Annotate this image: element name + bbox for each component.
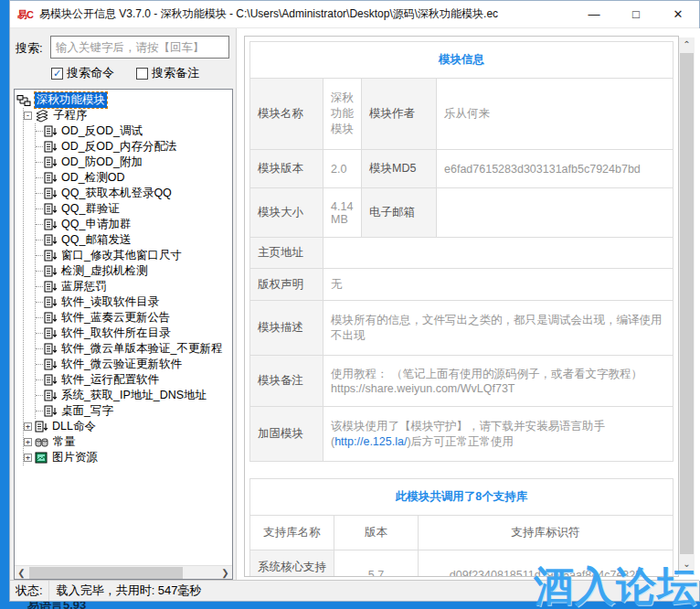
checkbox-command-label: 搜索命令	[67, 65, 114, 81]
field-value	[437, 188, 673, 238]
tree-item[interactable]: 软件_蓝奏云更新公告	[36, 310, 233, 326]
tree-connector-line	[36, 177, 43, 178]
tree-connector-line	[36, 162, 43, 163]
horizontal-scroll-thumb[interactable]	[29, 567, 183, 579]
expand-icon[interactable]: +	[24, 438, 32, 446]
method-doc-icon	[44, 281, 58, 294]
scroll-right-icon[interactable]: ❯	[218, 566, 232, 580]
lib-name: 系统核心支持库[krnln]	[250, 550, 334, 578]
tree-root-item[interactable]: 深秋功能模块	[16, 92, 233, 108]
tree-item-label: OD_检测OD	[61, 170, 124, 186]
field-label: 模块大小	[250, 188, 323, 238]
tree-item-label: 软件_取软件所在目录	[61, 326, 170, 341]
checkbox-unchecked-icon	[136, 68, 148, 80]
tree-item[interactable]: 窗口_修改其他窗口尺寸	[36, 248, 233, 263]
tree-item[interactable]: 软件_微云验证更新软件	[36, 357, 233, 372]
scroll-up-icon[interactable]: ⌃	[679, 37, 695, 52]
tree-item-label: 窗口_修改其他窗口尺寸	[61, 248, 182, 263]
collapse-icon[interactable]: -	[24, 112, 32, 120]
method-doc-icon	[44, 358, 58, 371]
expand-icon[interactable]: +	[24, 422, 32, 431]
elang-helper-link[interactable]: http://e.125.la/	[334, 435, 407, 448]
method-doc-icon	[44, 203, 58, 216]
tree-item[interactable]: OD_反OD_调试	[36, 123, 233, 139]
tree-item-label: OD_反OD_内存分配法	[61, 139, 176, 155]
field-value: 深秋功能模块	[323, 79, 362, 150]
tree-horizontal-scrollbar[interactable]: ❮ ❯	[15, 565, 232, 579]
tree-connector-line	[36, 208, 43, 209]
tree-connector-line	[36, 286, 43, 287]
field-value	[323, 238, 673, 269]
window-title: 易模块公开信息 V3.7.0 - 深秋功能模块 - C:\Users\Admin…	[39, 6, 573, 22]
field-label: 模块名称	[250, 79, 323, 150]
field-label: 模块版本	[250, 150, 323, 188]
tree-item[interactable]: OD_检测OD	[36, 170, 233, 186]
tree-item[interactable]: 系统_获取_IP地址_DNS地址	[36, 388, 233, 403]
image-resource-icon	[35, 452, 48, 465]
scroll-left-icon[interactable]: ❮	[15, 566, 28, 580]
module-tree: 深秋功能模块 - 子程序 OD_反OD_调试 OD_反OD_内存分配法 OD_防…	[14, 89, 233, 580]
tree-branch-label: DLL命令	[52, 419, 96, 434]
tree-item-label: 软件_运行配置软件	[61, 372, 159, 388]
tree-branch-subprograms[interactable]: - 子程序	[24, 108, 233, 123]
field-value: 2.0	[323, 150, 362, 188]
method-doc-icon	[44, 312, 58, 325]
search-input[interactable]	[50, 36, 229, 59]
right-vertical-scrollbar[interactable]: ⌃ ⌄	[679, 37, 695, 572]
maximize-button[interactable]: □	[615, 1, 657, 27]
vertical-scroll-thumb[interactable]	[680, 53, 694, 554]
checkbox-search-command[interactable]: ✓ 搜索命令	[51, 65, 114, 81]
field-value: 该模块使用了【模块守护】，请下载并安装易语言助手(http://e.125.la…	[323, 407, 673, 462]
remark-url: https://share.weiyun.com/WvLQf73T	[331, 382, 665, 395]
tree-item-label: 软件_读取软件目录	[61, 294, 159, 310]
tree-item[interactable]: 软件_运行配置软件	[36, 372, 233, 388]
tree-item-label: OD_反OD_调试	[61, 123, 143, 139]
tree-branch-images[interactable]: + 图片资源	[24, 450, 233, 465]
field-label: 电子邮箱	[362, 188, 437, 238]
checkbox-search-remark[interactable]: 搜索备注	[136, 65, 199, 81]
tree-item[interactable]: QQ_获取本机登录QQ	[36, 186, 233, 201]
tree-connector-line	[36, 240, 43, 240]
tree-item[interactable]: 检测_虚拟机检测	[36, 263, 233, 279]
field-value: 模块所有的信息，文件写出之类的，都只是调试会出现，编译使用不出现	[323, 301, 673, 356]
tree-connector-line	[36, 255, 43, 256]
tree-branch-label: 常量	[53, 434, 76, 450]
tree-item[interactable]: QQ_申请加群	[36, 217, 233, 232]
method-doc-icon	[44, 343, 58, 356]
remark-text: 使用教程： （笔记上面有使用的源码例子，或者看文字教程）	[331, 367, 665, 382]
tree-item-label: QQ_群验证	[61, 201, 120, 217]
tree-item[interactable]: OD_反OD_内存分配法	[36, 139, 233, 155]
tree-item[interactable]: OD_防OD_附加	[36, 155, 233, 170]
tree-item-label: 检测_虚拟机检测	[61, 263, 147, 279]
expand-icon[interactable]: +	[24, 454, 32, 462]
close-button[interactable]: ✕	[657, 1, 699, 27]
method-doc-icon	[44, 156, 58, 169]
tree-branch-constants[interactable]: + 常量	[24, 434, 233, 450]
tree-connector-line	[36, 411, 43, 411]
tree-branch-dll[interactable]: + DLL命令	[24, 419, 233, 434]
dll-doc-icon	[35, 421, 48, 433]
tree-item[interactable]: 桌面_写字	[36, 403, 233, 419]
tree-item[interactable]: 软件_微云单版本验证_不更新程	[36, 341, 233, 357]
module-info-table: 模块信息 模块名称 深秋功能模块 模块作者 乐从何来 模块版本 2.0 模块MD…	[249, 41, 673, 462]
tree-item[interactable]: QQ_邮箱发送	[36, 232, 233, 248]
module-info-card: 模块信息 模块名称 深秋功能模块 模块作者 乐从何来 模块版本 2.0 模块MD…	[244, 36, 679, 577]
tree-item-label: 软件_蓝奏云更新公告	[61, 310, 170, 326]
guard-text: )后方可正常正常使用	[407, 435, 514, 448]
field-value: 乐从何来	[437, 79, 673, 150]
minimize-button[interactable]: —	[573, 1, 615, 27]
method-doc-icon	[44, 141, 58, 154]
tree-item[interactable]: 蓝屏惩罚	[36, 279, 233, 294]
tree-item-label: 桌面_写字	[61, 403, 113, 419]
tree-item[interactable]: QQ_群验证	[36, 201, 233, 217]
tree-item[interactable]: 软件_读取软件目录	[36, 294, 233, 310]
field-label: 加固模块	[250, 407, 323, 462]
tree-connector-line	[36, 271, 43, 272]
tree-branch-label: 图片资源	[52, 450, 98, 465]
right-panel: 模块信息 模块名称 深秋功能模块 模块作者 乐从何来 模块版本 2.0 模块MD…	[237, 28, 700, 581]
field-label: 模块描述	[250, 301, 323, 356]
tree-item[interactable]: 软件_取软件所在目录	[36, 326, 233, 341]
field-value: 使用教程： （笔记上面有使用的源码例子，或者看文字教程） https://sha…	[323, 356, 673, 407]
tree-root-label: 深秋功能模块	[35, 92, 107, 108]
field-value: 无	[323, 269, 673, 301]
